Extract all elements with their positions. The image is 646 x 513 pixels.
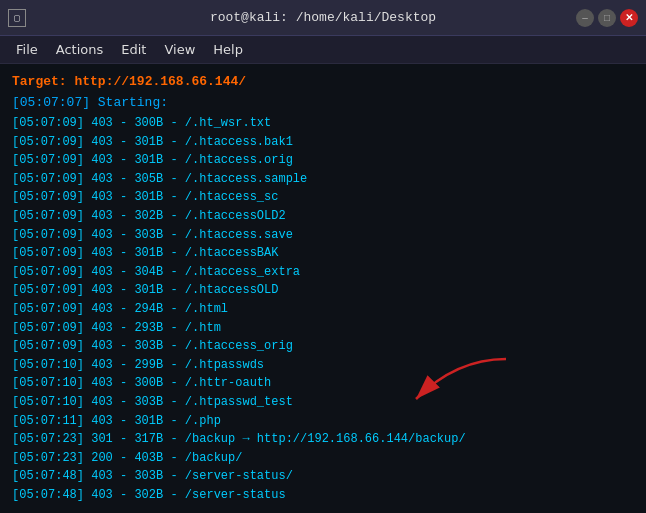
close-button[interactable]: ✕	[620, 9, 638, 27]
menu-item-help[interactable]: Help	[205, 40, 251, 59]
log-line: [05:07:09] 403 - 301B - /.htaccess.bak1	[12, 133, 634, 152]
minimize-button[interactable]: –	[576, 9, 594, 27]
menu-item-actions[interactable]: Actions	[48, 40, 112, 59]
menu-item-file[interactable]: File	[8, 40, 46, 59]
log-line: [05:07:09] 403 - 301B - /.htaccess.orig	[12, 151, 634, 170]
log-line: [05:07:09] 403 - 301B - /.htaccessOLD	[12, 281, 634, 300]
log-line: [05:07:09] 403 - 300B - /.ht_wsr.txt	[12, 114, 634, 133]
log-line: [05:07:09] 403 - 302B - /.htaccessOLD2	[12, 207, 634, 226]
log-line: [05:07:10] 403 - 300B - /.httr-oauth	[12, 374, 634, 393]
log-line: [05:07:11] 403 - 301B - /.php	[12, 412, 634, 431]
log-line: [05:07:23] 200 - 403B - /backup/	[12, 449, 634, 468]
window-controls: – □ ✕	[576, 9, 638, 27]
target-prefix: Target:	[12, 74, 74, 89]
log-line: [05:07:09] 403 - 304B - /.htaccess_extra	[12, 263, 634, 282]
titlebar: ▢ root@kali: /home/kali/Desktop – □ ✕	[0, 0, 646, 36]
menubar: FileActionsEditViewHelp	[0, 36, 646, 64]
log-line: [05:07:09] 403 - 303B - /.htaccess_orig	[12, 337, 634, 356]
target-line: Target: http://192.168.66.144/	[12, 74, 634, 89]
window-icon: ▢	[8, 9, 26, 27]
log-line: [05:07:48] 403 - 302B - /server-status	[12, 486, 634, 505]
log-line: [05:07:10] 403 - 299B - /.htpasswds	[12, 356, 634, 375]
maximize-button[interactable]: □	[598, 9, 616, 27]
titlebar-left: ▢	[8, 9, 26, 27]
menu-item-edit[interactable]: Edit	[113, 40, 154, 59]
log-line: [05:07:10] 403 - 303B - /.htpasswd_test	[12, 393, 634, 412]
log-line: [05:07:09] 403 - 303B - /.htaccess.save	[12, 226, 634, 245]
log-line: [05:07:09] 403 - 294B - /.html	[12, 300, 634, 319]
log-line: [05:07:09] 403 - 301B - /.htaccessBAK	[12, 244, 634, 263]
log-line: [05:07:09] 403 - 305B - /.htaccess.sampl…	[12, 170, 634, 189]
window-title: root@kali: /home/kali/Desktop	[210, 10, 436, 25]
log-line: [05:07:48] 403 - 303B - /server-status/	[12, 467, 634, 486]
log-line: [05:07:09] 403 - 293B - /.htm	[12, 319, 634, 338]
terminal-content: Target: http://192.168.66.144/ [05:07:07…	[0, 64, 646, 513]
log-line: [05:07:09] 403 - 301B - /.htaccess_sc	[12, 188, 634, 207]
log-container: [05:07:09] 403 - 300B - /.ht_wsr.txt[05:…	[12, 114, 634, 504]
log-line: [05:07:23] 301 - 317B - /backup → http:/…	[12, 430, 634, 449]
starting-line: [05:07:07] Starting:	[12, 95, 634, 110]
terminal-window: ▢ root@kali: /home/kali/Desktop – □ ✕ Fi…	[0, 0, 646, 513]
target-url: http://192.168.66.144/	[74, 74, 246, 89]
menu-item-view[interactable]: View	[156, 40, 203, 59]
